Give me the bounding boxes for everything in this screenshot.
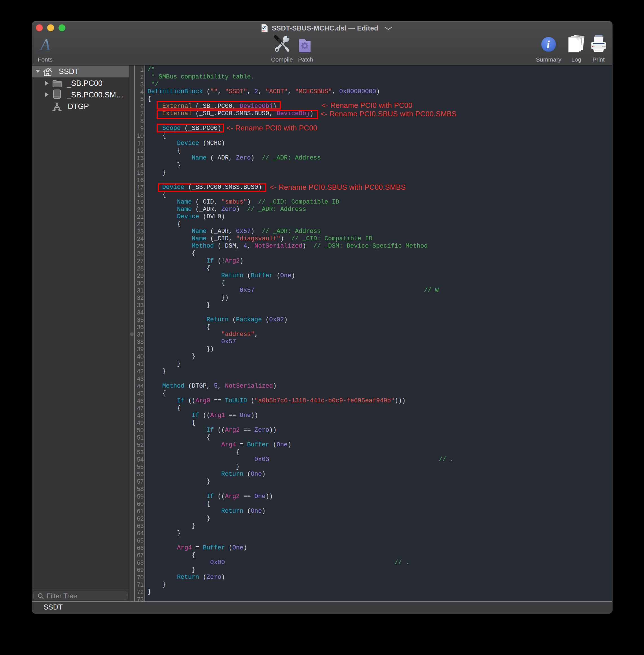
svg-text:i: i <box>547 38 550 51</box>
svg-text:A: A <box>39 36 50 53</box>
svg-text:DSL: DSL <box>262 30 266 31</box>
